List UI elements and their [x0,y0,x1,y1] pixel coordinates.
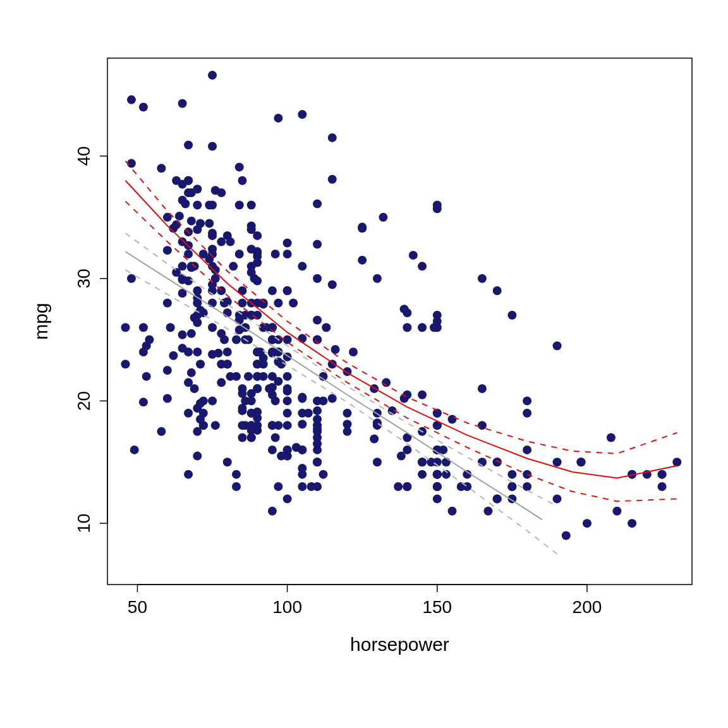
data-point [283,494,292,503]
data-point [247,225,256,234]
data-point [157,427,166,436]
data-point [523,409,531,418]
data-point [313,425,322,434]
data-point [163,246,172,255]
data-point [313,415,322,423]
y-tick-label: 30 [74,269,94,288]
data-point [370,434,379,443]
data-point [457,482,466,491]
data-point [283,250,292,258]
data-point [274,377,282,385]
data-point [268,286,277,295]
x-tick-labels: 50100150200 [128,597,602,617]
data-point [208,323,217,332]
data-point [196,399,205,408]
data-point [193,452,202,461]
data-point [373,418,382,427]
data-point [343,420,351,428]
data-point [277,452,286,461]
data-point [313,274,322,283]
data-point [178,196,187,205]
data-point [283,239,292,248]
data-point [298,464,306,473]
data-point [658,482,667,491]
data-point [163,298,172,307]
data-point [271,434,280,442]
data-point [283,421,292,430]
data-point [139,323,148,332]
data-point [253,372,262,381]
y-axis-label: mpg [30,303,51,339]
data-point [507,470,516,479]
data-point [139,397,148,406]
data-point [483,507,492,516]
data-point [448,507,457,516]
data-point [184,141,193,150]
data-point [523,482,531,491]
data-point [247,262,256,270]
data-point [478,421,487,430]
data-point [163,366,172,375]
data-point [208,229,217,238]
data-point [127,95,136,104]
data-point [235,200,244,209]
data-point [208,298,217,307]
data-point [304,409,313,418]
data-point [328,175,337,184]
data-point [283,409,292,418]
data-point [322,323,331,332]
data-point [313,200,322,209]
data-point [211,265,220,274]
data-point [328,280,337,289]
data-point [373,274,382,283]
x-axis-label: horsepower [350,634,449,655]
scatter-points [121,71,681,540]
data-point [193,348,202,356]
data-point [223,348,232,356]
data-point [208,396,217,405]
data-point [298,262,306,270]
data-point [130,446,139,454]
data-point [184,378,193,387]
data-point [184,176,193,185]
data-point [142,341,151,350]
data-point [628,519,636,528]
data-point [211,421,220,430]
data-point [553,494,562,503]
data-point [313,406,322,415]
data-point [397,452,406,461]
data-point [553,458,562,466]
data-point [493,494,502,503]
data-point [178,276,187,284]
data-point [274,482,282,491]
data-point [187,329,196,338]
data-point [439,446,447,454]
data-point [253,311,262,320]
y-ticks [100,156,107,523]
data-point [307,482,316,491]
data-point [247,200,256,209]
data-point [553,341,562,350]
data-point [208,71,217,80]
data-point [199,308,208,317]
data-point [349,348,358,356]
data-point [217,378,226,387]
chart-container: 50100150200 10203040 horsepower mpg [0,0,728,728]
data-point [292,443,301,452]
data-point [247,389,256,398]
data-point [238,176,246,185]
data-point [403,482,411,491]
data-point [394,482,403,491]
data-point [208,200,217,209]
data-point [235,162,244,171]
data-point [253,408,262,416]
data-point [238,434,246,442]
data-point [172,176,181,185]
data-point [187,217,196,226]
data-point [283,387,292,396]
data-point [379,213,387,222]
data-point [373,458,382,466]
x-tick-label: 150 [422,597,452,617]
y-tick-label: 40 [74,146,94,166]
x-ticks [137,585,587,592]
